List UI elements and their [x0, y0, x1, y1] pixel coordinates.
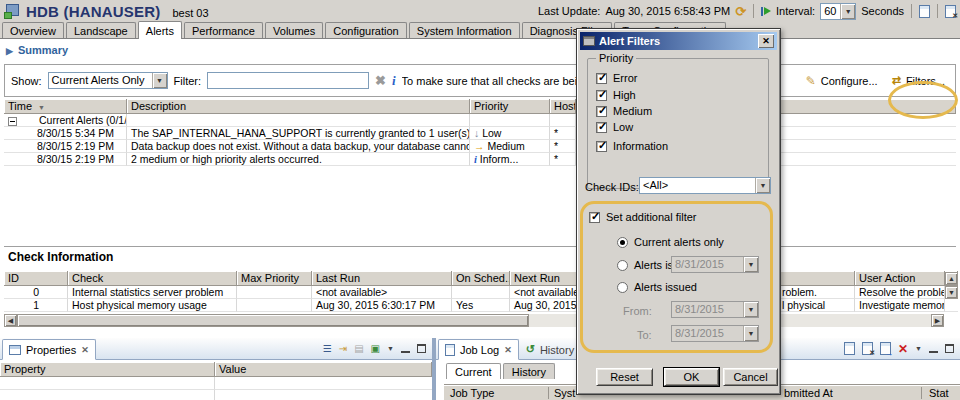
alert-row[interactable]: 8/30/15 5:34 PM The SAP_INTERNAL_HANA_SU…	[4, 127, 956, 140]
check-table-vscrollbar[interactable]: ▲ ▼	[945, 272, 958, 314]
copy-log-icon[interactable]	[919, 5, 930, 18]
close-icon[interactable]: ✕	[81, 345, 89, 355]
dialog-titlebar[interactable]: Alert Filters ✕	[580, 32, 777, 50]
subtab-current[interactable]: Current	[446, 363, 501, 379]
chevron-down-icon[interactable]: ▼	[152, 73, 167, 88]
priority-option-medium[interactable]: Medium	[596, 105, 652, 117]
radio-selected-icon[interactable]	[617, 237, 628, 248]
minimize-icon[interactable]	[929, 344, 938, 353]
tab-system-information[interactable]: System Information	[409, 22, 520, 38]
column-user-action[interactable]: User Action	[855, 271, 945, 286]
show-select[interactable]: Current Alerts Only ▼	[48, 72, 168, 89]
tab-volumes[interactable]: Volumes	[265, 22, 323, 38]
subtab-history[interactable]: History	[503, 363, 555, 379]
resume-interval-icon[interactable]	[761, 7, 771, 16]
column-description[interactable]: Description	[127, 99, 470, 114]
check-row[interactable]: 1 Host physical memory usage Aug 30, 201…	[4, 299, 958, 312]
check-table-hscrollbar[interactable]: ◀ ▶	[4, 314, 944, 327]
alerts-group-row[interactable]: Current Alerts (0/1/	[4, 114, 956, 127]
priority-option-low[interactable]: Low	[596, 121, 633, 133]
checkbox-checked-icon[interactable]	[596, 141, 607, 152]
alert-host: *	[550, 127, 576, 140]
radio-icon[interactable]	[617, 282, 628, 293]
checkbox-checked-icon[interactable]	[596, 90, 607, 101]
scroll-up-icon[interactable]: ▲	[945, 272, 958, 285]
reschedule-job-icon[interactable]	[880, 342, 891, 355]
radio-current-alerts-only[interactable]: Current alerts only	[617, 236, 724, 248]
scroll-down-icon[interactable]: ▼	[945, 286, 958, 299]
check-row[interactable]: 0 Internal statistics server problem <no…	[4, 286, 958, 299]
new-view-icon[interactable]: ▣	[371, 343, 380, 354]
alert-row[interactable]: 8/30/15 2:19 PM 2 medium or high priorit…	[4, 153, 956, 166]
summary-section-header[interactable]: ▶Summary	[6, 44, 68, 56]
column-system[interactable]: Syst	[554, 387, 575, 399]
scrollbar-thumb[interactable]	[17, 314, 529, 327]
column-property[interactable]: Property	[0, 362, 215, 377]
priority-option-error[interactable]: Error	[596, 72, 637, 84]
checkbox-checked-icon[interactable]	[589, 212, 600, 223]
properties-table-icon	[9, 345, 21, 355]
check-id: 0	[4, 286, 68, 299]
scroll-right-icon[interactable]: ▶	[931, 314, 944, 327]
view-menu-icon[interactable]: ▼	[915, 345, 922, 352]
minimize-icon[interactable]	[401, 344, 410, 353]
tab-landscape[interactable]: Landscape	[66, 22, 136, 38]
checkbox-checked-icon[interactable]	[596, 73, 607, 84]
refresh-icon[interactable]: ⟳	[735, 5, 746, 18]
tab-configuration[interactable]: Configuration	[325, 22, 406, 38]
filter-input[interactable]	[207, 72, 369, 89]
column-max-priority[interactable]: Max Priority	[237, 271, 312, 286]
chevron-down-icon[interactable]: ▼	[840, 4, 855, 19]
show-advanced-icon[interactable]: ⇥	[339, 343, 347, 354]
alert-row[interactable]: 8/30/15 2:19 PM Data backup does not exi…	[4, 140, 956, 153]
column-time[interactable]: Time▼	[4, 99, 127, 114]
column-id[interactable]: ID	[4, 271, 68, 286]
checkbox-checked-icon[interactable]	[596, 122, 607, 133]
tab-performance[interactable]: Performance	[184, 22, 263, 38]
last-update-value: Aug 30, 2015 6:58:43 PM	[605, 5, 730, 17]
tab-overview[interactable]: Overview	[2, 22, 64, 38]
checkbox-checked-icon[interactable]	[596, 106, 607, 117]
interval-select[interactable]: 60 ▼	[820, 3, 856, 20]
tab-properties[interactable]: Properties ✕	[2, 339, 96, 360]
tab-alerts[interactable]: Alerts	[138, 21, 182, 39]
column-check[interactable]: Check	[68, 271, 237, 286]
cancel-job-icon[interactable]: ✕	[898, 342, 908, 356]
ok-button[interactable]: OK	[664, 368, 719, 386]
configure-button[interactable]: ✎ Configure...	[806, 74, 878, 88]
export-log-icon[interactable]	[844, 342, 855, 355]
delete-log-icon[interactable]	[945, 5, 956, 18]
delete-log-entries-icon[interactable]	[862, 342, 873, 355]
maximize-icon[interactable]	[417, 344, 426, 353]
close-icon[interactable]: ✕	[504, 345, 512, 355]
dialog-close-icon[interactable]: ✕	[758, 34, 774, 48]
clear-filter-icon[interactable]: ✖	[375, 73, 386, 88]
radio-alerts-issued[interactable]: Alerts issued	[617, 281, 697, 293]
tab-job-log[interactable]: Job Log ✕	[438, 339, 519, 360]
set-additional-filter-checkbox[interactable]: Set additional filter	[589, 211, 697, 223]
column-host[interactable]: Host	[550, 99, 576, 114]
column-last-run[interactable]: Last Run	[312, 271, 452, 286]
column-job-type[interactable]: Job Type	[450, 387, 494, 399]
view-menu-icon[interactable]: ▼	[387, 345, 394, 352]
priority-option-information[interactable]: Information	[596, 140, 668, 152]
check-ids-select[interactable]: <All> ▼	[639, 177, 771, 194]
column-value[interactable]: Value	[215, 362, 432, 377]
reset-button[interactable]: Reset	[596, 368, 653, 386]
restore-default-icon: ▤	[354, 343, 363, 354]
column-priority[interactable]: Priority	[470, 99, 550, 114]
chevron-down-icon[interactable]: ▼	[755, 178, 770, 193]
scroll-left-icon[interactable]: ◀	[4, 314, 17, 327]
radio-icon[interactable]	[617, 260, 628, 271]
filters-button[interactable]: ⇄ Filters...	[892, 74, 945, 87]
tab-history[interactable]: ↺ History	[519, 339, 581, 360]
show-categories-icon[interactable]: ☰	[323, 343, 332, 354]
collapse-minus-icon[interactable]	[8, 117, 17, 126]
maximize-icon[interactable]	[945, 344, 954, 353]
priority-option-high[interactable]: High	[596, 89, 636, 101]
expand-arrow-icon[interactable]: ▶	[6, 46, 13, 56]
cancel-button[interactable]: Cancel	[723, 368, 778, 386]
column-on-scheduled[interactable]: On Sched...	[452, 271, 510, 286]
column-status[interactable]: Stat	[929, 387, 949, 399]
column-submitted-at[interactable]: bmitted At	[784, 387, 833, 399]
